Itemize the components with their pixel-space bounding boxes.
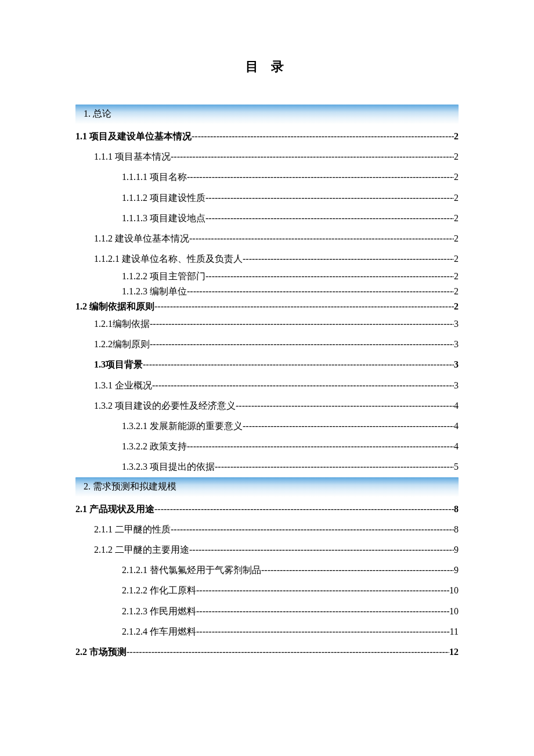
toc-leader-line [243, 249, 454, 269]
toc-entry: 1.2.2编制原则3 [75, 334, 459, 354]
toc-entry: 2.1.1 二甲醚的性质8 [75, 519, 459, 539]
toc-entry-label: 1.1.1 项目基本情况 [94, 146, 171, 167]
toc-entry-page: 3 [454, 334, 459, 354]
toc-entry-page: 3 [454, 314, 459, 334]
toc-entry: 2.1.2.2 作化工原料10 [75, 580, 459, 600]
toc-entry-label: 2.1 产品现状及用途 [75, 499, 154, 519]
toc-entry: 1.1 项目及建设单位基本情况2 [75, 126, 459, 146]
toc-entry-page: 2 [454, 299, 459, 314]
toc-entry-label: 2.2 市场预测 [75, 642, 127, 662]
toc-entry: 1.3项目背景3 [75, 354, 459, 375]
toc-entry-page: 2 [454, 284, 459, 299]
toc-entry: 1.3.2.3 项目提出的依据5 [75, 456, 459, 477]
toc-entry-label: 1.2.1编制依据 [94, 314, 150, 334]
toc-entry-page: 2 [454, 167, 459, 187]
toc-entry: 2.1.2.3 作民用燃料10 [75, 601, 459, 621]
toc-leader-line [171, 146, 454, 167]
toc-entry-page: 10 [449, 601, 459, 621]
toc-entry-page: 11 [450, 621, 459, 642]
toc-leader-line [189, 539, 454, 560]
toc-entry: 1.3.2 项目建设的必要性及经济意义4 [75, 395, 459, 416]
toc-entry-page: 2 [454, 269, 459, 284]
toc-entry-label: 1.3项目背景 [94, 354, 143, 375]
section-header: 2. 需求预测和拟建规模 [75, 477, 459, 496]
toc-leader-line [205, 208, 454, 228]
toc-entry-label: 1.1.2.2 项目主管部门 [122, 269, 205, 284]
toc-leader-line [187, 167, 454, 187]
toc-entry: 1.3.2.1 发展新能源的重要意义4 [75, 416, 459, 436]
toc-leader-line [171, 519, 454, 539]
toc-leader-line [143, 354, 454, 375]
toc-entry-label: 2.1.2.2 作化工原料 [122, 580, 196, 600]
toc-entry-label: 1.2.2编制原则 [94, 334, 150, 354]
toc-entry-label: 1.2 编制依据和原则 [75, 299, 154, 314]
toc-entry-page: 2 [454, 126, 459, 146]
toc-entry-page: 9 [454, 560, 459, 580]
toc-entry: 1.3.1 企业概况3 [75, 375, 459, 395]
toc-entry: 1.1.1.2 项目建设性质2 [75, 188, 459, 208]
toc-entry-label: 1.1.2.1 建设单位名称、性质及负责人 [94, 249, 243, 269]
toc-entry-page: 5 [454, 456, 459, 477]
toc-entry-page: 3 [454, 354, 459, 375]
toc-entry-label: 1.3.2.2 政策支持 [122, 436, 187, 456]
toc-leader-line [196, 621, 450, 642]
toc-leader-line [205, 269, 454, 284]
toc-leader-line [154, 299, 454, 314]
toc-entry-label: 1.1.2.3 编制单位 [122, 284, 187, 299]
toc-entry-label: 2.1.2.4 作车用燃料 [122, 621, 196, 642]
toc-leader-line [150, 334, 454, 354]
toc-entry-page: 3 [454, 375, 459, 395]
toc-entry-label: 1.1.1.3 项目建设地点 [122, 208, 205, 228]
toc-entry-page: 2 [454, 188, 459, 208]
toc-entry-page: 2 [454, 228, 459, 249]
toc-leader-line [196, 601, 449, 621]
toc-entry: 1.2 编制依据和原则2 [75, 299, 459, 314]
toc-entry-page: 8 [454, 519, 459, 539]
toc-entry-page: 9 [454, 539, 459, 560]
toc-leader-line [261, 560, 454, 580]
toc-leader-line [150, 314, 454, 334]
toc-leader-line [127, 642, 449, 662]
section-header: 1. 总论 [75, 105, 459, 124]
toc-entry-label: 1.3.2 项目建设的必要性及经济意义 [94, 395, 236, 416]
toc-entry: 2.2 市场预测12 [75, 642, 459, 662]
toc-entry-page: 10 [449, 580, 459, 600]
toc-entry: 2.1.2.1 替代氯氟烃用于气雾剂制品9 [75, 560, 459, 580]
toc-entry-label: 2.1.2 二甲醚的主要用途 [94, 539, 189, 560]
toc-entry-page: 12 [449, 642, 459, 662]
toc-leader-line [192, 126, 454, 146]
toc-entry-label: 2.1.2.3 作民用燃料 [122, 601, 196, 621]
toc-leader-line [243, 416, 454, 436]
toc-entry-page: 4 [454, 416, 459, 436]
toc-entry-page: 2 [454, 208, 459, 228]
toc-entry: 1.1.2.3 编制单位2 [75, 284, 459, 299]
toc-entry-label: 1.3.2.1 发展新能源的重要意义 [122, 416, 243, 436]
toc-leader-line [189, 228, 454, 249]
toc-entry: 1.1.2.1 建设单位名称、性质及负责人2 [75, 249, 459, 269]
toc-entry-page: 2 [454, 146, 459, 167]
toc-entry-label: 1.1.1.2 项目建设性质 [122, 188, 205, 208]
toc-leader-line [154, 499, 454, 519]
toc-entry: 1.2.1编制依据3 [75, 314, 459, 334]
toc-leader-line [215, 456, 454, 477]
toc-entry-page: 2 [454, 249, 459, 269]
toc-leader-line [152, 375, 454, 395]
toc-entry-label: 1.1.1.1 项目名称 [122, 167, 187, 187]
toc-entry-page: 8 [454, 499, 459, 519]
toc-leader-line [187, 436, 454, 456]
toc-leader-line [205, 188, 454, 208]
toc-leader-line [187, 284, 454, 299]
toc-entry: 2.1.2 二甲醚的主要用途9 [75, 539, 459, 560]
toc-entry-page: 4 [454, 395, 459, 416]
toc-entry-label: 1.3.2.3 项目提出的依据 [122, 456, 215, 477]
toc-entry: 1.1.2.2 项目主管部门2 [75, 269, 459, 284]
toc-entry: 2.1.2.4 作车用燃料11 [75, 621, 459, 642]
document-title: 目 录 [75, 58, 459, 75]
toc-entry-page: 4 [454, 436, 459, 456]
toc-entry: 1.1.2 建设单位基本情况2 [75, 228, 459, 249]
toc-entry-label: 1.1 项目及建设单位基本情况 [75, 126, 192, 146]
toc-entry: 1.3.2.2 政策支持4 [75, 436, 459, 456]
toc-entry: 1.1.1.3 项目建设地点2 [75, 208, 459, 228]
toc-leader-line [236, 395, 454, 416]
toc-entry-label: 1.3.1 企业概况 [94, 375, 152, 395]
